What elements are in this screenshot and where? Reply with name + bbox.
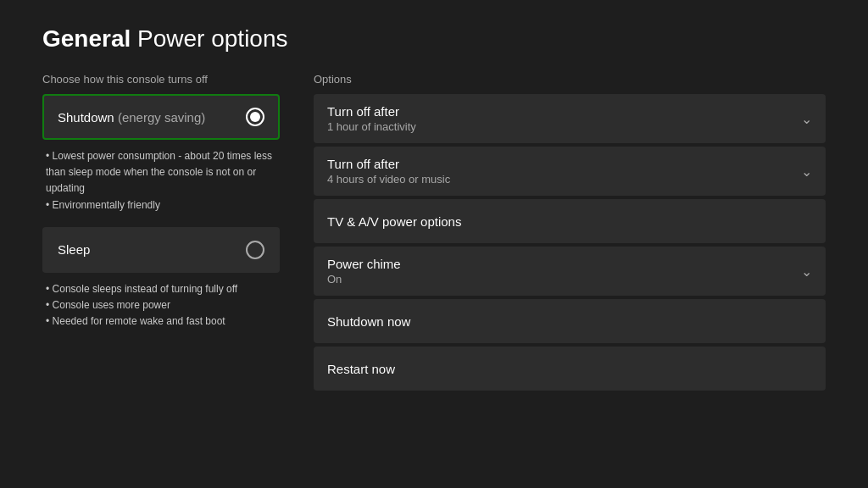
turn-off-video-subtitle: 4 hours of video or music [327,173,450,186]
tv-av-content: TV & A/V power options [327,214,461,229]
power-chime-item[interactable]: Power chime On ⌄ [314,247,826,296]
power-chime-content: Power chime On [327,257,401,286]
turn-off-video-item[interactable]: Turn off after 4 hours of video or music… [314,147,826,196]
turn-off-inactivity-content: Turn off after 1 hour of inactivity [327,104,416,133]
shutdown-option-card[interactable]: Shutdown (energy saving) [42,94,280,140]
shutdown-now-content: Shutdown now [327,314,410,329]
content-area: Choose how this console turns off Shutdo… [42,73,826,391]
shutdown-now-title: Shutdown now [327,314,410,329]
restart-now-item[interactable]: Restart now [314,347,826,391]
power-chime-chevron-icon: ⌄ [801,263,812,280]
page: General Power options Choose how this co… [0,0,868,488]
shutdown-description: • Lowest power consumption - about 20 ti… [42,148,280,214]
sleep-description: • Console sleeps instead of turning full… [42,281,280,330]
power-chime-title: Power chime [327,257,401,271]
page-title: General Power options [42,25,826,53]
restart-now-content: Restart now [327,362,395,376]
turn-off-inactivity-subtitle: 1 hour of inactivity [327,120,416,133]
turn-off-inactivity-title: Turn off after [327,104,416,119]
shutdown-radio [246,108,264,126]
left-column: Choose how this console turns off Shutdo… [42,73,280,391]
right-section-label: Options [314,73,826,86]
turn-off-video-chevron-icon: ⌄ [801,164,812,180]
power-chime-subtitle: On [327,273,401,286]
turn-off-inactivity-chevron-icon: ⌄ [801,111,812,127]
tv-av-item[interactable]: TV & A/V power options [314,199,826,243]
left-section-label: Choose how this console turns off [42,73,280,86]
shutdown-now-item[interactable]: Shutdown now [314,299,826,343]
tv-av-title: TV & A/V power options [327,214,461,229]
right-column: Options Turn off after 1 hour of inactiv… [314,73,826,391]
sleep-option-label: Sleep [58,242,90,257]
sleep-radio [246,241,264,259]
sleep-option-card[interactable]: Sleep [42,227,280,273]
options-list: Turn off after 1 hour of inactivity ⌄ Tu… [314,94,826,391]
restart-now-title: Restart now [327,362,395,376]
turn-off-video-content: Turn off after 4 hours of video or music [327,157,450,186]
turn-off-inactivity-item[interactable]: Turn off after 1 hour of inactivity ⌄ [314,94,826,143]
turn-off-video-title: Turn off after [327,157,450,171]
shutdown-option-label: Shutdown (energy saving) [58,110,205,125]
